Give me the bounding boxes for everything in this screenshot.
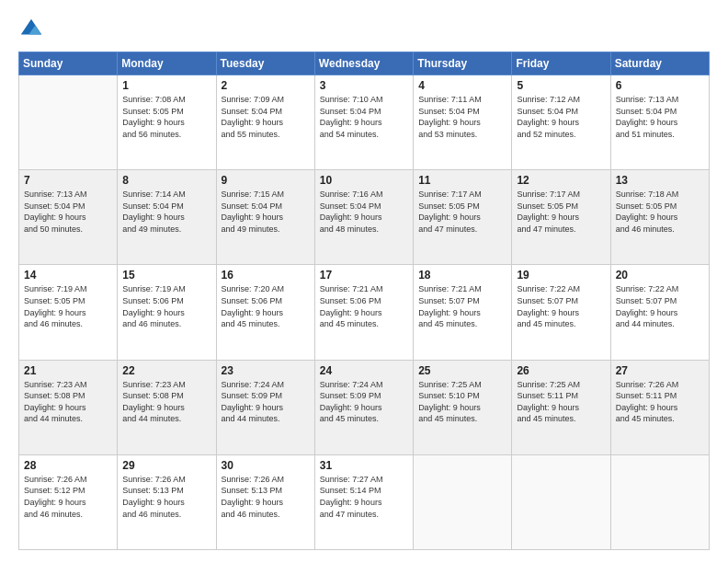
day-info: Sunrise: 7:17 AM Sunset: 5:05 PM Dayligh… [418,189,506,235]
day-info: Sunrise: 7:22 AM Sunset: 5:07 PM Dayligh… [517,283,605,329]
calendar-cell [512,454,610,549]
day-info: Sunrise: 7:23 AM Sunset: 5:08 PM Dayligh… [122,379,210,425]
logo [18,17,48,42]
logo-icon [18,17,44,42]
day-number: 23 [222,364,310,377]
day-info: Sunrise: 7:26 AM Sunset: 5:13 PM Dayligh… [122,474,210,520]
day-info: Sunrise: 7:17 AM Sunset: 5:05 PM Dayligh… [517,189,605,235]
calendar-cell: 12Sunrise: 7:17 AM Sunset: 5:05 PM Dayli… [512,170,610,265]
calendar-cell: 8Sunrise: 7:14 AM Sunset: 5:04 PM Daylig… [118,170,216,265]
day-info: Sunrise: 7:11 AM Sunset: 5:04 PM Dayligh… [418,94,506,140]
day-info: Sunrise: 7:16 AM Sunset: 5:04 PM Dayligh… [320,189,408,235]
day-info: Sunrise: 7:13 AM Sunset: 5:04 PM Dayligh… [24,189,112,235]
day-info: Sunrise: 7:10 AM Sunset: 5:04 PM Dayligh… [320,94,408,140]
day-number: 21 [24,364,112,377]
day-number: 31 [320,459,408,472]
day-number: 25 [418,364,506,377]
day-number: 18 [418,269,506,282]
day-number: 15 [122,269,210,282]
day-info: Sunrise: 7:19 AM Sunset: 5:05 PM Dayligh… [24,283,112,329]
day-number: 9 [222,174,310,187]
day-number: 13 [616,174,704,187]
calendar-cell: 19Sunrise: 7:22 AM Sunset: 5:07 PM Dayli… [512,265,610,360]
day-number: 17 [320,269,408,282]
day-number: 8 [122,174,210,187]
day-number: 5 [517,79,605,92]
calendar-cell: 27Sunrise: 7:26 AM Sunset: 5:11 PM Dayli… [610,360,709,454]
day-number: 14 [24,269,112,282]
calendar-cell: 10Sunrise: 7:16 AM Sunset: 5:04 PM Dayli… [314,170,413,265]
day-info: Sunrise: 7:19 AM Sunset: 5:06 PM Dayligh… [122,283,210,329]
day-info: Sunrise: 7:23 AM Sunset: 5:08 PM Dayligh… [24,379,112,425]
calendar-cell [414,454,512,549]
day-info: Sunrise: 7:26 AM Sunset: 5:13 PM Dayligh… [222,474,310,520]
calendar-cell: 16Sunrise: 7:20 AM Sunset: 5:06 PM Dayli… [216,265,314,360]
weekday-header-sunday: Sunday [19,52,118,75]
day-number: 11 [418,174,506,187]
calendar-cell: 18Sunrise: 7:21 AM Sunset: 5:07 PM Dayli… [414,265,512,360]
day-info: Sunrise: 7:24 AM Sunset: 5:09 PM Dayligh… [222,379,310,425]
calendar-cell: 6Sunrise: 7:13 AM Sunset: 5:04 PM Daylig… [610,75,709,170]
page: SundayMondayTuesdayWednesdayThursdayFrid… [0,0,728,563]
calendar-cell: 20Sunrise: 7:22 AM Sunset: 5:07 PM Dayli… [610,265,709,360]
day-info: Sunrise: 7:13 AM Sunset: 5:04 PM Dayligh… [616,94,704,140]
day-info: Sunrise: 7:27 AM Sunset: 5:14 PM Dayligh… [320,474,408,520]
day-number: 12 [517,174,605,187]
day-number: 10 [320,174,408,187]
weekday-header-tuesday: Tuesday [216,52,314,75]
weekday-header-wednesday: Wednesday [314,52,413,75]
day-info: Sunrise: 7:12 AM Sunset: 5:04 PM Dayligh… [517,94,605,140]
day-number: 19 [517,269,605,282]
calendar-cell: 7Sunrise: 7:13 AM Sunset: 5:04 PM Daylig… [19,170,118,265]
calendar-table: SundayMondayTuesdayWednesdayThursdayFrid… [18,52,710,550]
day-info: Sunrise: 7:21 AM Sunset: 5:06 PM Dayligh… [320,283,408,329]
day-number: 7 [24,174,112,187]
day-number: 29 [122,459,210,472]
calendar-cell: 1Sunrise: 7:08 AM Sunset: 5:05 PM Daylig… [118,75,216,170]
day-info: Sunrise: 7:15 AM Sunset: 5:04 PM Dayligh… [222,189,310,235]
header [18,17,710,42]
calendar-cell: 15Sunrise: 7:19 AM Sunset: 5:06 PM Dayli… [118,265,216,360]
day-info: Sunrise: 7:09 AM Sunset: 5:04 PM Dayligh… [222,94,310,140]
day-number: 24 [320,364,408,377]
calendar-cell: 11Sunrise: 7:17 AM Sunset: 5:05 PM Dayli… [414,170,512,265]
calendar-cell: 22Sunrise: 7:23 AM Sunset: 5:08 PM Dayli… [118,360,216,454]
calendar-cell: 24Sunrise: 7:24 AM Sunset: 5:09 PM Dayli… [314,360,413,454]
day-number: 30 [222,459,310,472]
calendar-cell: 31Sunrise: 7:27 AM Sunset: 5:14 PM Dayli… [314,454,413,549]
day-info: Sunrise: 7:25 AM Sunset: 5:10 PM Dayligh… [418,379,506,425]
calendar-cell: 17Sunrise: 7:21 AM Sunset: 5:06 PM Dayli… [314,265,413,360]
day-info: Sunrise: 7:25 AM Sunset: 5:11 PM Dayligh… [517,379,605,425]
day-number: 20 [616,269,704,282]
calendar-cell [19,75,118,170]
day-info: Sunrise: 7:18 AM Sunset: 5:05 PM Dayligh… [616,189,704,235]
day-info: Sunrise: 7:14 AM Sunset: 5:04 PM Dayligh… [122,189,210,235]
calendar-cell: 3Sunrise: 7:10 AM Sunset: 5:04 PM Daylig… [314,75,413,170]
day-info: Sunrise: 7:24 AM Sunset: 5:09 PM Dayligh… [320,379,408,425]
calendar-cell [610,454,709,549]
calendar-cell: 26Sunrise: 7:25 AM Sunset: 5:11 PM Dayli… [512,360,610,454]
calendar-cell: 30Sunrise: 7:26 AM Sunset: 5:13 PM Dayli… [216,454,314,549]
day-number: 6 [616,79,704,92]
day-number: 27 [616,364,704,377]
weekday-header-friday: Friday [512,52,610,75]
calendar-cell: 25Sunrise: 7:25 AM Sunset: 5:10 PM Dayli… [414,360,512,454]
calendar-cell: 4Sunrise: 7:11 AM Sunset: 5:04 PM Daylig… [414,75,512,170]
day-number: 4 [418,79,506,92]
calendar-cell: 13Sunrise: 7:18 AM Sunset: 5:05 PM Dayli… [610,170,709,265]
day-number: 2 [222,79,310,92]
day-info: Sunrise: 7:08 AM Sunset: 5:05 PM Dayligh… [122,94,210,140]
day-number: 26 [517,364,605,377]
day-number: 28 [24,459,112,472]
weekday-header-monday: Monday [118,52,216,75]
day-number: 1 [122,79,210,92]
day-info: Sunrise: 7:22 AM Sunset: 5:07 PM Dayligh… [616,283,704,329]
calendar-cell: 29Sunrise: 7:26 AM Sunset: 5:13 PM Dayli… [118,454,216,549]
calendar-cell: 14Sunrise: 7:19 AM Sunset: 5:05 PM Dayli… [19,265,118,360]
calendar-cell: 2Sunrise: 7:09 AM Sunset: 5:04 PM Daylig… [216,75,314,170]
day-info: Sunrise: 7:21 AM Sunset: 5:07 PM Dayligh… [418,283,506,329]
calendar-cell: 5Sunrise: 7:12 AM Sunset: 5:04 PM Daylig… [512,75,610,170]
calendar-cell: 23Sunrise: 7:24 AM Sunset: 5:09 PM Dayli… [216,360,314,454]
day-info: Sunrise: 7:20 AM Sunset: 5:06 PM Dayligh… [222,283,310,329]
calendar-cell: 28Sunrise: 7:26 AM Sunset: 5:12 PM Dayli… [19,454,118,549]
